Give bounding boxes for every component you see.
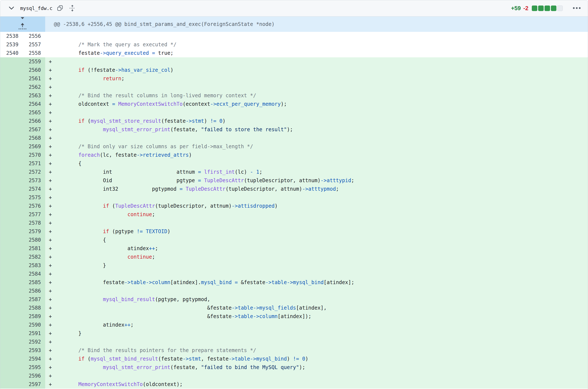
diff-marker xyxy=(45,49,54,57)
old-line-number[interactable] xyxy=(0,372,23,380)
new-line-number[interactable]: 2579 xyxy=(23,227,45,236)
old-line-number[interactable] xyxy=(0,134,23,142)
new-line-number[interactable]: 2560 xyxy=(23,66,45,74)
old-line-number[interactable] xyxy=(0,346,23,355)
new-line-number[interactable]: 2590 xyxy=(23,321,45,329)
new-line-number[interactable]: 2565 xyxy=(23,108,45,117)
new-line-number[interactable]: 2561 xyxy=(23,74,45,83)
old-line-number[interactable]: 2540 xyxy=(0,49,23,57)
new-line-number[interactable]: 2582 xyxy=(23,253,45,261)
new-line-number[interactable]: 2559 xyxy=(23,57,45,66)
new-line-number[interactable]: 2588 xyxy=(23,304,45,312)
old-line-number[interactable] xyxy=(0,66,23,74)
diff-row: 2586+ xyxy=(0,287,588,295)
old-line-number[interactable] xyxy=(0,287,23,295)
old-line-number[interactable]: 2538 xyxy=(0,32,23,40)
new-line-number[interactable]: 2589 xyxy=(23,312,45,321)
old-line-number[interactable] xyxy=(0,236,23,244)
new-line-number[interactable]: 2587 xyxy=(23,295,45,304)
new-line-number[interactable]: 2562 xyxy=(23,83,45,91)
code-line: mysql_stmt_error_print(festate, "failed … xyxy=(54,125,588,134)
old-line-number[interactable]: 2539 xyxy=(0,40,23,49)
old-line-number[interactable] xyxy=(0,355,23,363)
code-line: festate->table->column[atindex].mysql_bi… xyxy=(54,278,588,287)
new-line-number[interactable]: 2569 xyxy=(23,142,45,151)
new-line-number[interactable]: 2581 xyxy=(23,244,45,253)
new-line-number[interactable]: 2577 xyxy=(23,210,45,219)
new-line-number[interactable]: 2572 xyxy=(23,168,45,176)
old-line-number[interactable] xyxy=(0,176,23,185)
old-line-number[interactable] xyxy=(0,270,23,278)
new-line-number[interactable]: 2570 xyxy=(23,151,45,159)
new-line-number[interactable]: 2573 xyxy=(23,176,45,185)
new-line-number[interactable]: 2567 xyxy=(23,125,45,134)
old-line-number[interactable] xyxy=(0,193,23,202)
old-line-number[interactable] xyxy=(0,185,23,193)
old-line-number[interactable] xyxy=(0,244,23,253)
new-line-number[interactable]: 2566 xyxy=(23,117,45,125)
old-line-number[interactable] xyxy=(0,57,23,66)
diff-marker: + xyxy=(45,108,54,117)
old-line-number[interactable] xyxy=(0,117,23,125)
old-line-number[interactable] xyxy=(0,151,23,159)
old-line-number[interactable] xyxy=(0,168,23,176)
old-line-number[interactable] xyxy=(0,210,23,219)
new-line-number[interactable]: 2557 xyxy=(23,40,45,49)
new-line-number[interactable]: 2595 xyxy=(23,363,45,372)
new-line-number[interactable]: 2580 xyxy=(23,236,45,244)
old-line-number[interactable] xyxy=(0,253,23,261)
new-line-number[interactable]: 2563 xyxy=(23,91,45,100)
new-line-number[interactable]: 2592 xyxy=(23,338,45,346)
new-line-number[interactable]: 2576 xyxy=(23,202,45,210)
new-line-number[interactable]: 2593 xyxy=(23,346,45,355)
new-line-number[interactable]: 2586 xyxy=(23,287,45,295)
old-line-number[interactable] xyxy=(0,159,23,168)
file-options-button[interactable] xyxy=(572,5,581,12)
old-line-number[interactable] xyxy=(0,261,23,270)
old-line-number[interactable] xyxy=(0,380,23,389)
old-line-number[interactable] xyxy=(0,329,23,338)
code-line: /* Bind only var size columns as per fie… xyxy=(54,142,588,151)
new-line-number[interactable]: 2584 xyxy=(23,270,45,278)
new-line-number[interactable]: 2578 xyxy=(23,219,45,227)
old-line-number[interactable] xyxy=(0,74,23,83)
new-line-number[interactable]: 2585 xyxy=(23,278,45,287)
old-line-number[interactable] xyxy=(0,363,23,372)
old-line-number[interactable] xyxy=(0,278,23,287)
old-line-number[interactable] xyxy=(0,202,23,210)
new-line-number[interactable]: 2583 xyxy=(23,261,45,270)
new-line-number[interactable]: 2556 xyxy=(23,32,45,40)
diff-marker: + xyxy=(45,346,54,355)
new-line-number[interactable]: 2596 xyxy=(23,372,45,380)
new-line-number[interactable]: 2574 xyxy=(23,185,45,193)
old-line-number[interactable] xyxy=(0,295,23,304)
old-line-number[interactable] xyxy=(0,304,23,312)
old-line-number[interactable] xyxy=(0,125,23,134)
old-line-number[interactable] xyxy=(0,219,23,227)
old-line-number[interactable] xyxy=(0,338,23,346)
diff-marker: + xyxy=(45,210,54,219)
new-line-number[interactable]: 2571 xyxy=(23,159,45,168)
old-line-number[interactable] xyxy=(0,100,23,108)
old-line-number[interactable] xyxy=(0,321,23,329)
new-line-number[interactable]: 2575 xyxy=(23,193,45,202)
file-header: mysql_fdw.c xyxy=(0,0,588,17)
new-line-number[interactable]: 2591 xyxy=(23,329,45,338)
new-line-number[interactable]: 2597 xyxy=(23,380,45,389)
old-line-number[interactable] xyxy=(0,312,23,321)
diff-row: 2564+ oldcontext = MemoryContextSwitchTo… xyxy=(0,100,588,108)
copy-file-path-button[interactable] xyxy=(57,5,63,12)
old-line-number[interactable] xyxy=(0,91,23,100)
new-line-number[interactable]: 2594 xyxy=(23,355,45,363)
expand-all-button[interactable] xyxy=(69,4,76,12)
collapse-file-button[interactable] xyxy=(8,5,15,12)
old-line-number[interactable] xyxy=(0,108,23,117)
new-line-number[interactable]: 2558 xyxy=(23,49,45,57)
new-line-number[interactable]: 2564 xyxy=(23,100,45,108)
diff-row: 2584+ xyxy=(0,270,588,278)
new-line-number[interactable]: 2568 xyxy=(23,134,45,142)
old-line-number[interactable] xyxy=(0,83,23,91)
expand-hunk-button[interactable] xyxy=(0,17,45,32)
old-line-number[interactable] xyxy=(0,227,23,236)
old-line-number[interactable] xyxy=(0,142,23,151)
